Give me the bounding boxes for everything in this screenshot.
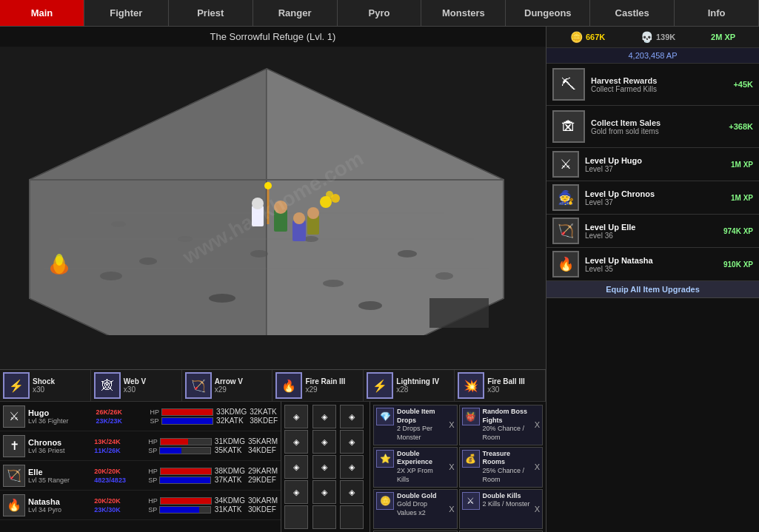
bonus-text: Double Item Drops 2 Drops Per Monster [397,408,446,442]
kdef-stat: 38KDEF [250,417,278,425]
equip-upgrade-button[interactable]: Equip All Item Upgrades [546,281,759,298]
equip-slot-6[interactable]: ◈ [284,455,308,479]
xp-stat: 2M XP [711,33,735,41]
stats-bar: 🪙 667K 💀 139K 2M XP [546,27,759,48]
char-name: Natasha [28,497,91,506]
char-icon: 🔥 [3,494,25,516]
bonus-x[interactable]: X [449,462,454,471]
equip-slot-10[interactable]: ◈ [312,480,336,504]
bonus-x[interactable]: X [449,420,454,429]
equip-slot-7[interactable]: ◈ [312,455,336,479]
level-xp: 1M XP [731,161,753,169]
bonus-x[interactable]: X [535,420,540,429]
equip-slot-12[interactable] [284,505,308,529]
bonus-text: Random Boss Fights 20% Chance / Room [483,408,532,442]
tab-main[interactable]: Main [0,0,84,26]
char-icon: ✝ [3,435,25,457]
tab-ranger[interactable]: Ranger [253,0,338,26]
level-up-level-up-hugo[interactable]: ⚔ Level Up Hugo Level 37 1M XP [546,148,759,181]
spell-slot-fire-ball-iii[interactable]: 💥 Fire Ball III x30 [455,370,546,401]
spell-name: Lightning IV [396,377,439,385]
spell-slot-shock[interactable]: ⚡ Shock x30 [0,370,91,401]
tab-pyro[interactable]: Pyro [338,0,422,26]
reward-item-sales[interactable]: 🏚 Collect Item Sales Gold from sold item… [546,106,759,148]
level-icon: 🔥 [552,251,579,277]
spell-slot-web-v[interactable]: 🕸 Web V x30 [91,370,182,401]
spell-bar: ⚡ Shock x30 🕸 Web V x30 🏹 Arrow V x29 🔥 … [0,369,546,402]
sp-bar [161,417,213,425]
bonus-title: Double Item Drops [397,408,446,425]
bonus-x[interactable]: X [535,505,540,514]
equip-slot-9[interactable]: ◈ [284,480,308,504]
bonus-item-double-item-drops-0[interactable]: 💎 Double Item Drops 2 Drops Per Monster … [373,405,458,445]
bonus-item-treasure-rooms-3[interactable]: 💰 Treasure Rooms 25% Chance / Room X [459,447,544,488]
bonus-x[interactable]: X [535,462,540,471]
xp-value: 2M XP [711,33,735,41]
tab-priest[interactable]: Priest [169,0,253,26]
right-panel: 🪙 667K 💀 139K 2M XP 4,203,458 AP ⛏ Harve… [546,27,759,532]
spell-name: Web V [124,377,146,385]
bonus-sub: 25% Chance / Room [483,467,532,484]
level-up-level-up-chronos[interactable]: 🧙 Level Up Chronos Level 37 1M XP [546,181,759,215]
char-row-natasha[interactable]: 🔥 Natasha Lvl 34 Pyro 20K/20K HP 23K/30K… [0,491,281,520]
bonus-icon: 🪙 [376,492,394,510]
sp-bar [159,447,211,454]
kdef-stat: 34KDEF [248,446,278,454]
karm-stat: 30KARM [248,496,278,505]
bonus-text: Double Kills 2 Kills / Monster [483,492,530,509]
hp-value: 20K/20K [94,497,146,505]
reward-harvest[interactable]: ⛏ Harvest Rewards Collect Farmed Kills +… [546,64,759,106]
tab-dungeons[interactable]: Dungeons [506,0,590,26]
svg-point-25 [252,198,264,209]
combat-stats-2: 35KARM 34KDEF [248,437,278,454]
svg-point-13 [323,280,344,287]
tab-castles[interactable]: Castles [590,0,675,26]
svg-point-16 [250,250,268,257]
bonus-item-double-experience-2[interactable]: ⭐ Double Experience 2X XP From Kills X [373,447,458,488]
equip-slot-14[interactable] [340,505,364,529]
equip-slot-11[interactable]: ◈ [340,480,364,504]
spell-count: x30 [33,385,55,394]
char-info: Hugo Lvl 36 Fighter [28,408,93,425]
bonus-icon: ⚔ [462,492,480,510]
equip-slot-8[interactable]: ◈ [340,455,364,479]
bonus-panel: 💎 Double Item Drops 2 Drops Per Monster … [370,402,546,532]
equip-slot-13[interactable] [312,505,336,529]
svg-point-12 [209,294,235,303]
spell-info: Fire Rain III x29 [305,377,345,394]
bonus-title: Treasure Rooms [483,450,532,467]
char-row-elle[interactable]: 🏹 Elle Lvl 35 Ranger 20K/20K HP 4823/482… [0,461,281,491]
equip-slot-1[interactable]: ◈ [312,405,336,428]
combat-stats: 33KDMG 32KATK [216,408,247,425]
combat-stats: 31KDMG 35KATK [215,437,245,454]
bonus-item-double-gold-4[interactable]: 🪙 Double Gold Gold Drop Values x2 X [373,489,458,530]
equip-slot-3[interactable]: ◈ [284,430,308,454]
char-row-chronos[interactable]: ✝ Chronos Lvl 36 Priest 13K/24K HP 11K/2… [0,431,281,461]
level-info: Level Up Hugo Level 37 [585,156,731,173]
equip-slot-4[interactable]: ◈ [312,430,336,454]
svg-point-19 [111,221,126,227]
bonus-text: Treasure Rooms 25% Chance / Room [483,450,532,485]
equip-slot-2[interactable]: ◈ [340,405,364,428]
reward-title: Harvest Rewards [591,76,733,85]
spell-slot-fire-rain-iii[interactable]: 🔥 Fire Rain III x29 [272,370,364,401]
tab-info[interactable]: Info [675,0,759,26]
equip-slot-5[interactable]: ◈ [340,430,364,454]
spell-slot-arrow-v[interactable]: 🏹 Arrow V x29 [182,370,273,401]
bonus-item-random-boss-fights-1[interactable]: 👹 Random Boss Fights 20% Chance / Room X [459,405,544,445]
spell-count: x29 [215,385,243,394]
bonus-item-double-kills-5[interactable]: ⚔ Double Kills 2 Kills / Monster X [459,489,544,530]
bonus-title: Double Kills [483,492,530,501]
tab-monsters[interactable]: Monsters [421,0,506,26]
level-name: Level Up Chronos [585,189,731,198]
bonus-x[interactable]: X [449,505,454,514]
equip-slot-0[interactable]: ◈ [284,405,308,428]
tab-fighter[interactable]: Fighter [84,0,169,26]
level-up-level-up-elle[interactable]: 🏹 Level Up Elle Level 36 974K XP [546,215,759,248]
level-up-level-up-natasha[interactable]: 🔥 Level Up Natasha Level 35 910K XP [546,248,759,281]
char-info: Chronos Lvl 36 Priest [28,438,91,454]
level-name: Level Up Natasha [585,256,723,265]
level-num: Level 36 [585,232,723,240]
char-row-hugo[interactable]: ⚔ Hugo Lvl 36 Fighter 26K/26K HP 23K/23K… [0,402,281,431]
spell-slot-lightning-iv[interactable]: ⚡ Lightning IV x28 [364,370,455,401]
